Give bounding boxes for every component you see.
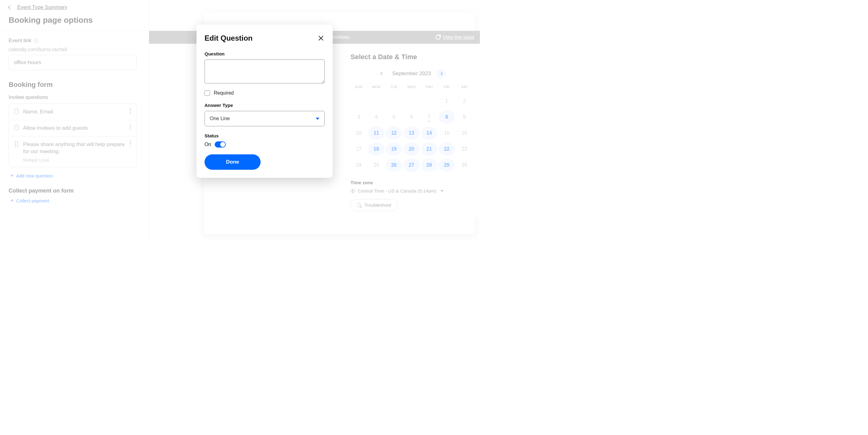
status-row: On (205, 142, 324, 148)
required-row[interactable]: Required (205, 90, 324, 96)
question-field-label: Question (205, 51, 324, 56)
modal-header: Edit Question (205, 34, 324, 42)
answer-type-value: One Line (210, 116, 230, 121)
question-textarea[interactable] (205, 59, 324, 84)
edit-question-modal: Edit Question Question Required Answer T… (196, 25, 333, 178)
modal-title: Edit Question (205, 34, 253, 42)
toggle-knob (220, 142, 225, 147)
done-button[interactable]: Done (205, 154, 260, 170)
chevron-down-icon (316, 118, 319, 120)
status-toggle[interactable] (215, 142, 226, 148)
answer-type-label: Answer Type (205, 102, 324, 108)
required-label: Required (214, 90, 234, 96)
close-icon[interactable] (317, 34, 324, 42)
required-checkbox[interactable] (205, 90, 210, 96)
status-label: Status (205, 133, 324, 138)
status-value: On (205, 142, 211, 147)
answer-type-select[interactable]: One Line (205, 111, 324, 126)
